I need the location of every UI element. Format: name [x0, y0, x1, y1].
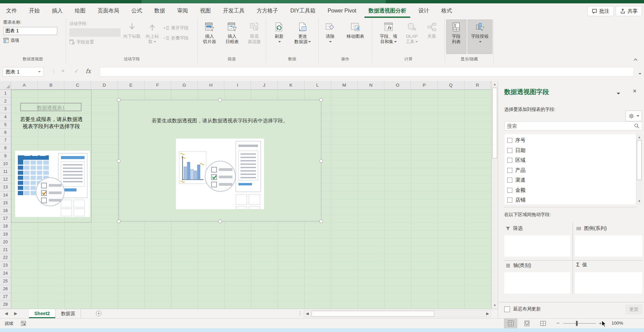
name-box[interactable]: 图表 1	[3, 67, 44, 77]
enter-icon[interactable]: ✓	[74, 68, 79, 75]
column-header[interactable]: D	[91, 81, 118, 89]
clear-button[interactable]: 清除	[321, 20, 340, 54]
field-checkbox[interactable]	[507, 148, 512, 153]
horizontal-scroll-thumb[interactable]	[312, 311, 434, 316]
selection-handle[interactable]	[117, 219, 121, 223]
view-page-break-button[interactable]	[536, 319, 550, 328]
row-header[interactable]: 5	[0, 121, 11, 129]
selection-handle[interactable]	[319, 159, 323, 163]
column-header[interactable]: I	[224, 81, 251, 89]
field-list-scroll-down-icon[interactable]: ▼	[636, 198, 642, 204]
field-buttons-button[interactable]: 字段按钮	[468, 20, 492, 54]
field-item[interactable]: 店铺	[505, 195, 642, 204]
selection-handle[interactable]	[218, 98, 222, 102]
chart-name-input[interactable]	[3, 27, 57, 35]
zoom-out-button[interactable]: −	[556, 320, 559, 326]
zoom-slider-thumb[interactable]	[576, 321, 578, 326]
panel-options-chevron-icon[interactable]	[616, 91, 620, 96]
move-chart-button[interactable]: 移动图表	[341, 20, 370, 54]
selection-handle[interactable]	[218, 219, 222, 223]
column-header[interactable]: O	[384, 81, 411, 89]
insert-timeline-button[interactable]: 插入 日程表	[221, 20, 243, 54]
column-header[interactable]: Q	[438, 81, 464, 89]
zone-legend-dropbox[interactable]	[575, 235, 642, 256]
menu-tab[interactable]: 插入	[46, 3, 69, 18]
menu-tab[interactable]: 格式	[435, 3, 458, 18]
share-button[interactable]: 共享	[616, 6, 642, 16]
column-header[interactable]: K	[278, 81, 304, 89]
collapse-ribbon-icon[interactable]	[633, 58, 638, 61]
row-header[interactable]: 16	[0, 207, 11, 215]
field-list-button[interactable]: 字段 列表	[446, 20, 466, 54]
column-header[interactable]: R	[464, 81, 491, 89]
selection-handle[interactable]	[117, 98, 121, 102]
row-header[interactable]: 24	[0, 270, 11, 277]
row-header[interactable]: 12	[0, 176, 11, 183]
scroll-right-icon[interactable]: ▶	[486, 311, 489, 316]
field-checkbox[interactable]	[507, 178, 512, 183]
row-header[interactable]: 4	[0, 113, 11, 121]
menu-tab[interactable]: DIY工具箱	[284, 3, 322, 18]
zone-axis-dropbox[interactable]	[504, 272, 570, 294]
column-header[interactable]: N	[358, 81, 384, 89]
field-item[interactable]: 渠道	[505, 175, 642, 185]
sheet-tab[interactable]: 数据源	[56, 309, 81, 318]
column-header[interactable]: F	[144, 81, 171, 89]
zone-values-dropbox[interactable]	[575, 272, 642, 294]
defer-layout-checkbox[interactable]	[504, 306, 510, 312]
column-header[interactable]: G	[171, 81, 198, 89]
row-header[interactable]: 6	[0, 129, 11, 137]
fields-items-sets-button[interactable]: fx 字段、项 目和集	[377, 20, 401, 54]
options-button[interactable]: 选项	[3, 37, 66, 44]
row-header[interactable]: 8	[0, 144, 11, 152]
row-header[interactable]: 1	[0, 90, 11, 97]
column-header[interactable]: B	[38, 81, 64, 89]
row-header[interactable]: 22	[0, 254, 11, 262]
view-normal-button[interactable]	[504, 319, 517, 328]
row-header[interactable]: 23	[0, 262, 11, 269]
scroll-up-icon[interactable]: ▲	[492, 81, 498, 87]
formula-bar-expand-icon[interactable]	[638, 70, 641, 77]
sheet-nav-right-icon[interactable]: ▶	[14, 311, 17, 316]
formula-input[interactable]	[100, 67, 634, 77]
menu-tab[interactable]: Power Pivot	[322, 3, 362, 18]
menu-tab[interactable]: 开始	[23, 3, 46, 18]
row-header[interactable]: 20	[0, 238, 11, 246]
row-header[interactable]: 19	[0, 231, 11, 238]
add-sheet-button[interactable]	[96, 310, 102, 318]
refresh-button[interactable]: 刷新	[269, 20, 289, 54]
panel-tools-button[interactable]	[625, 111, 642, 121]
macro-record-icon[interactable]	[21, 321, 26, 326]
column-header[interactable]: P	[411, 81, 438, 89]
column-header[interactable]: J	[251, 81, 278, 89]
row-header[interactable]: 3	[0, 105, 11, 113]
row-header[interactable]: 10	[0, 160, 11, 168]
field-item[interactable]: 区域	[505, 155, 642, 165]
scroll-down-icon[interactable]: ▼	[492, 302, 498, 308]
field-item[interactable]: 序号	[505, 135, 642, 146]
pivot-table-placeholder[interactable]: 数据透视表1 若要生成报表，请从数据透 视表字段列表中选择字段	[11, 90, 92, 222]
sheet-cells[interactable]: 数据透视表1 若要生成报表，请从数据透 视表字段列表中选择字段	[11, 90, 491, 309]
row-header[interactable]: 2	[0, 97, 11, 105]
selection-handle[interactable]	[319, 219, 323, 223]
field-list-scroll-up-icon[interactable]: ▲	[636, 134, 642, 140]
column-header[interactable]: A	[11, 81, 38, 89]
scroll-left-icon[interactable]: ◀	[306, 311, 309, 316]
menu-tab[interactable]: 数据	[148, 3, 171, 18]
menu-tab[interactable]: 设计	[412, 3, 435, 18]
menu-tab[interactable]: 方方格子	[251, 3, 284, 18]
sheet-nav-left-icon[interactable]: ◀	[5, 311, 8, 316]
search-box[interactable]	[505, 121, 642, 130]
field-list-scroll-thumb[interactable]	[637, 140, 642, 180]
row-header[interactable]: 13	[0, 183, 11, 191]
field-item[interactable]: 日期	[505, 146, 642, 156]
name-box-chevron-icon[interactable]	[38, 71, 41, 72]
cancel-icon[interactable]: ×	[61, 68, 65, 74]
field-checkbox[interactable]	[507, 168, 512, 173]
row-header[interactable]: 26	[0, 285, 11, 293]
row-header[interactable]: 18	[0, 222, 11, 230]
menu-tab[interactable]: 公式	[125, 3, 148, 18]
comments-button[interactable]: 批注	[587, 6, 614, 16]
selection-handle[interactable]	[117, 159, 121, 163]
field-checkbox[interactable]	[507, 138, 512, 143]
